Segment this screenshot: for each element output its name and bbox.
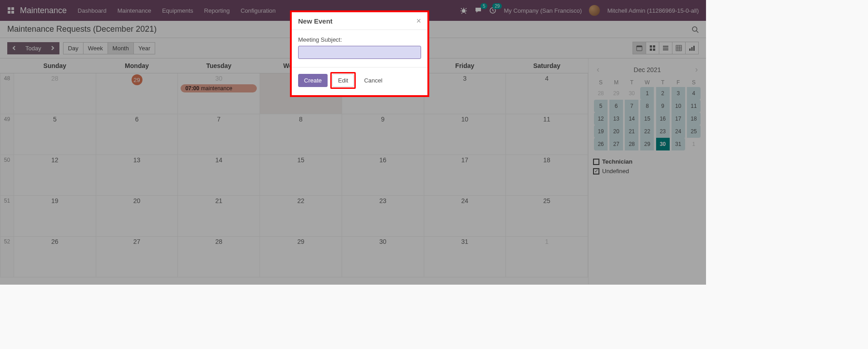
highlight-box-modal: New Event × Meeting Subject: Create Edit… — [290, 10, 429, 97]
modal-title: New Event — [298, 17, 333, 25]
create-button[interactable]: Create — [298, 74, 328, 87]
edit-button[interactable]: Edit — [332, 74, 354, 87]
meeting-subject-input[interactable] — [298, 46, 421, 59]
cancel-button[interactable]: Cancel — [358, 74, 387, 87]
new-event-modal: New Event × Meeting Subject: Create Edit… — [292, 12, 427, 95]
meeting-subject-label: Meeting Subject: — [298, 36, 421, 43]
highlight-box-edit: Edit — [330, 72, 356, 89]
close-icon[interactable]: × — [416, 17, 421, 25]
